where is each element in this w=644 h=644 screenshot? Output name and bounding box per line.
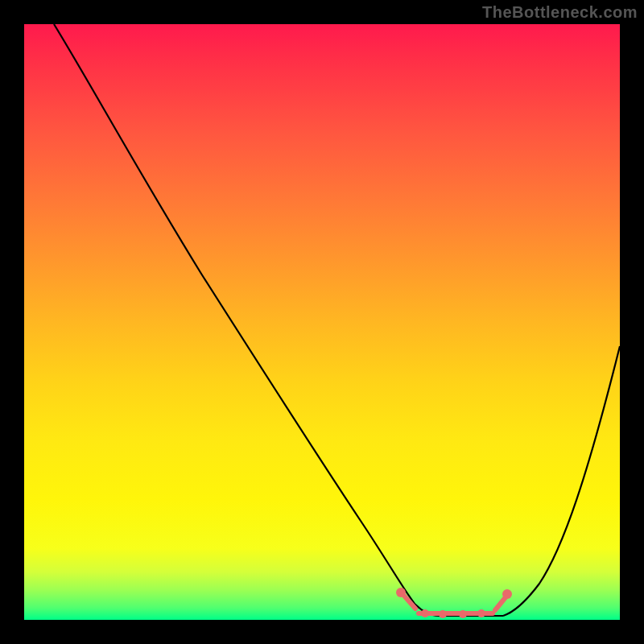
trough-dot-1 (421, 609, 429, 617)
trough-dot-3 (459, 610, 467, 618)
plot-area (24, 24, 620, 620)
bottleneck-curve-left (54, 24, 439, 616)
trough-tick-right (495, 597, 506, 610)
trough-dot-2 (439, 610, 447, 618)
curve-overlay (24, 24, 620, 620)
watermark-text: TheBottleneck.com (482, 3, 638, 22)
trough-marker (396, 588, 512, 618)
bottleneck-curve-right (503, 346, 620, 616)
trough-dot-right-upper (502, 589, 512, 599)
chart-frame: TheBottleneck.com (0, 0, 644, 644)
trough-dot-4 (477, 609, 485, 617)
